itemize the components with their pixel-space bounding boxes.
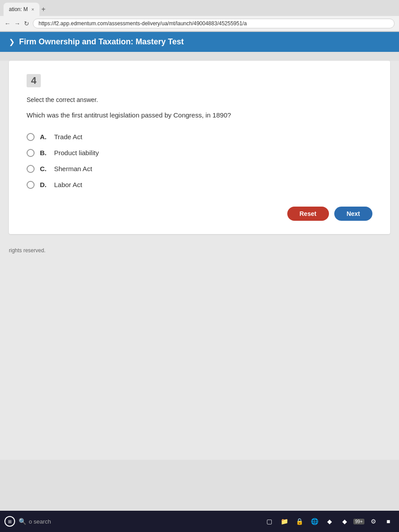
radio-a[interactable]: [27, 133, 35, 141]
refresh-button[interactable]: ↻: [24, 20, 29, 27]
windows-start-icon[interactable]: ⊞: [4, 516, 15, 527]
question-instruction: Select the correct answer.: [27, 96, 372, 103]
taskbar-item6[interactable]: ◆: [338, 515, 351, 528]
taskbar-icons: ▢ 📁 🔒 🌐 ◆ ◆ 99+ ⚙ ■: [263, 515, 395, 528]
next-button[interactable]: Next: [334, 207, 372, 221]
option-b[interactable]: B. Product liability: [27, 149, 372, 157]
tab-bar: ation: M × +: [0, 0, 399, 16]
search-label[interactable]: o search: [29, 518, 51, 525]
radio-c[interactable]: [27, 165, 35, 173]
taskbar-monitor-icon[interactable]: ▢: [263, 515, 275, 528]
taskbar-globe-icon[interactable]: 🌐: [308, 515, 321, 528]
radio-d[interactable]: [27, 181, 35, 189]
browser-chrome: ation: M × + ← → ↻ https://f2.app.edment…: [0, 0, 399, 32]
option-b-letter: B.: [40, 149, 49, 156]
taskbar: ⊞ 🔍 o search ▢ 📁 🔒 🌐 ◆ ◆ 99+ ⚙ ■: [0, 511, 399, 532]
reset-button[interactable]: Reset: [287, 207, 329, 221]
footer-text: rights reserved.: [9, 247, 46, 254]
options-list: A. Trade Act B. Product liability C. She…: [27, 133, 372, 189]
notification-badge: 99+: [353, 519, 364, 524]
tab-close-icon[interactable]: ×: [31, 7, 34, 12]
header-arrow-icon[interactable]: ❯: [9, 38, 15, 46]
forward-button[interactable]: →: [14, 20, 20, 27]
taskbar-time-area: 99+: [353, 519, 364, 524]
main-content: 4 Select the correct answer. Which was t…: [0, 61, 399, 460]
back-button[interactable]: ←: [4, 20, 11, 27]
app-header: ❯ Firm Ownership and Taxation: Mastery T…: [0, 32, 399, 52]
taskbar-lock-icon[interactable]: 🔒: [293, 515, 305, 528]
option-a-letter: A.: [40, 133, 49, 141]
option-c-text: Sherman Act: [54, 165, 92, 172]
taskbar-settings-icon[interactable]: ⚙: [367, 515, 379, 528]
new-tab-button[interactable]: +: [41, 5, 45, 13]
option-b-text: Product liability: [54, 149, 99, 156]
taskbar-item5[interactable]: ◆: [323, 515, 336, 528]
question-container: 4 Select the correct answer. Which was t…: [9, 61, 390, 234]
option-a[interactable]: A. Trade Act: [27, 133, 372, 141]
taskbar-item8[interactable]: ■: [382, 515, 395, 528]
radio-b[interactable]: [27, 149, 35, 157]
question-text: Which was the first antitrust legislatio…: [27, 110, 372, 121]
question-number: 4: [27, 74, 41, 87]
taskbar-folder-icon[interactable]: 📁: [278, 515, 290, 528]
option-a-text: Trade Act: [54, 133, 82, 141]
option-c[interactable]: C. Sherman Act: [27, 165, 372, 173]
action-buttons: Reset Next: [27, 207, 372, 221]
option-d-letter: D.: [40, 181, 49, 188]
search-icon: 🔍: [19, 518, 26, 525]
option-d[interactable]: D. Labor Act: [27, 181, 372, 189]
footer: rights reserved.: [0, 243, 399, 258]
option-d-text: Labor Act: [54, 181, 82, 188]
page-title: Firm Ownership and Taxation: Mastery Tes…: [19, 37, 184, 47]
taskbar-search-area[interactable]: 🔍 o search: [19, 518, 51, 525]
option-c-letter: C.: [40, 165, 49, 172]
address-bar: ← → ↻ https://f2.app.edmentum.com/assess…: [0, 16, 399, 31]
tab-title: ation: M: [9, 6, 28, 12]
browser-tab[interactable]: ation: M ×: [4, 3, 39, 16]
url-bar[interactable]: https://f2.app.edmentum.com/assessments-…: [33, 19, 395, 28]
